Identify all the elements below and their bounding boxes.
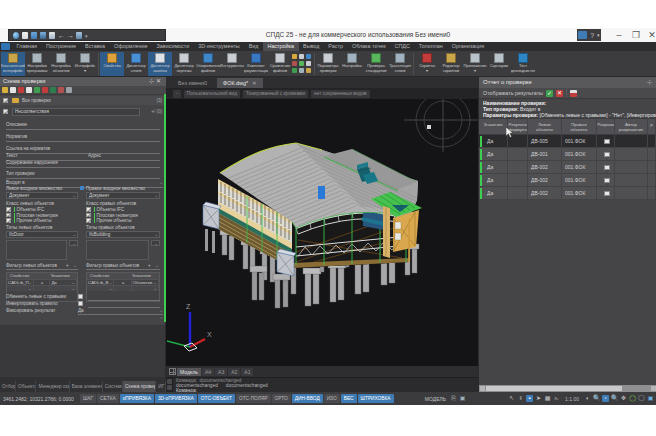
new-file-icon[interactable] (22, 32, 28, 39)
pointer-icon[interactable]: ➤ (535, 395, 542, 402)
checkbox[interactable] (6, 218, 11, 223)
ribbon-button[interactable]: Диспетчер чертежа (172, 52, 196, 76)
report-table-row[interactable]: ДаДВ-002001.ФОК (479, 174, 656, 187)
tree-root-row[interactable]: Все проверки (3) (0, 96, 166, 105)
close-icon[interactable]: ✕ (156, 78, 163, 84)
ribbon-small-icons[interactable] (292, 52, 312, 76)
pan-icon[interactable]: ✥ (620, 395, 627, 402)
pin-icon[interactable]: ⊹ (149, 78, 156, 84)
user-icon[interactable]: 🯅 (517, 395, 524, 402)
zoom-window-icon[interactable]: ▫ (602, 395, 609, 402)
ribbon-button[interactable]: Приложения ▾ (463, 52, 487, 76)
ribbon-button[interactable]: Проверка стандартов (364, 52, 388, 76)
spds-help-icon[interactable] (578, 31, 587, 39)
table-icon[interactable]: ▦ (544, 395, 551, 402)
ribbon-tab[interactable]: Зависимости (152, 42, 194, 51)
layout-tab-model[interactable]: Модель (177, 368, 201, 376)
ribbon-button[interactable]: Сценарии (487, 52, 511, 76)
pin-icon[interactable]: ⊹ (647, 79, 654, 85)
drawing-canvas[interactable]: Z X (166, 99, 478, 366)
report-column-header[interactable]: Автор разрешения (615, 119, 648, 134)
plot-icon[interactable] (76, 32, 82, 39)
type-listbox[interactable] (6, 240, 67, 260)
resolution-checkbox[interactable] (604, 152, 610, 158)
help-icon[interactable]: ? (590, 32, 594, 39)
status-toggle[interactable]: ОРТО (272, 394, 291, 403)
document-tab[interactable]: Без имени0 (172, 78, 217, 88)
panel-tool-icon[interactable] (42, 87, 48, 93)
horizontal-scrollbar[interactable] (479, 385, 656, 392)
ribbon-tab[interactable]: Вставка (81, 42, 110, 51)
close-tab-icon[interactable]: ✕ (252, 80, 257, 86)
layout-tab-sheet[interactable]: А4 (202, 368, 214, 376)
check-name-field[interactable]: Несоответствия (12, 108, 140, 116)
dock-tab[interactable]: Объекты (16, 381, 36, 392)
qat-dropdown-icon[interactable]: ▾ (85, 32, 91, 39)
save-file-icon[interactable] (40, 32, 46, 39)
document-select[interactable]: Документ⌄ (86, 192, 160, 199)
report-column-header[interactable]: Разрешение (597, 119, 615, 134)
help-dropdown-icon[interactable]: ▾ (597, 32, 600, 38)
ribbon-button[interactable]: Свойства (100, 52, 124, 76)
report-column-header[interactable]: Левые объекты (528, 119, 562, 134)
viewport-icon[interactable]: ⎘ (450, 395, 457, 402)
dock-tab[interactable]: Схема проверки (123, 381, 156, 392)
ribbon-button[interactable]: Трансляция слоев (388, 52, 412, 76)
ribbon-button[interactable]: Обозреватель файлов (196, 52, 220, 76)
ribbon-tab[interactable]: Вывод (299, 42, 324, 51)
checkbox[interactable] (3, 109, 8, 114)
panel-tool-icon[interactable] (34, 87, 40, 93)
type-add-select[interactable]: ⌄ (151, 240, 160, 246)
panel-tool-icon[interactable] (66, 87, 72, 93)
minimize-button[interactable]: – (612, 28, 626, 42)
dock-tab[interactable]: ИГ (156, 381, 166, 392)
checkbox[interactable] (86, 218, 91, 223)
resolution-checkbox[interactable] (604, 191, 610, 197)
status-toggle[interactable]: ИЗО (324, 394, 340, 403)
status-toggle[interactable]: ШАГ (80, 394, 96, 403)
ribbon-button[interactable]: Скрипты ▾ (415, 52, 439, 76)
layout-tab-sheet[interactable]: А3 (215, 368, 227, 376)
document-tab[interactable]: ФОК.dwg*✕ (217, 78, 262, 88)
form-field[interactable]: Описание (0, 122, 166, 131)
fullscreen-icon[interactable]: ▣ (647, 395, 654, 402)
ribbon-tab[interactable]: Оформление (110, 42, 152, 51)
checkbox[interactable] (3, 98, 8, 103)
report-table-row[interactable]: ДаДВ-001001.ФОК (479, 148, 656, 161)
ribbon-button[interactable]: Инструменты (220, 52, 244, 76)
resolution-checkbox[interactable] (604, 165, 610, 171)
invert-row[interactable]: Инвертировать правило (0, 301, 166, 308)
model-space-label[interactable]: МОДЕЛЬ (425, 396, 446, 402)
status-toggle[interactable]: 3D-оПРИВЯЗКА (155, 394, 197, 403)
status-toggle[interactable]: ОТС-ОБЪЕКТ (198, 394, 235, 403)
dock-tab[interactable]: Менеджер осв... (36, 381, 69, 392)
checkbox[interactable] (78, 294, 83, 299)
ribbon-button[interactable]: Параметры проверки (316, 52, 340, 76)
open-file-icon[interactable] (31, 32, 37, 39)
checkbox[interactable] (6, 207, 11, 212)
type-add-select[interactable]: ⌄ (69, 240, 78, 246)
ribbon-tab[interactable]: 3D-инструменты (194, 42, 244, 51)
ribbon-button[interactable]: Настройка объектов (49, 52, 73, 76)
ribbon-tab[interactable]: Настройка (263, 42, 299, 51)
object-type-select[interactable]: IfcBuilding⌄ (86, 231, 160, 238)
zoom-out-icon[interactable]: 🔍 (611, 395, 618, 402)
checkbox[interactable] (78, 301, 83, 306)
panel-tool-icon[interactable] (18, 87, 24, 93)
report-column-header[interactable]: р (648, 119, 656, 134)
viewport-control-button[interactable]: Пользовательский вид (184, 90, 240, 98)
swap-row[interactable]: Обменять левые с правыми (0, 294, 166, 301)
undo-icon[interactable]: ← (58, 32, 64, 39)
ribbon-tab[interactable]: Растр (324, 42, 348, 51)
ribbon-button[interactable]: Диспетчер слоев (124, 52, 148, 76)
status-toggle[interactable]: ОТС-ПОЛЯР (236, 394, 271, 403)
fix-result-row[interactable]: Фиксировать результат Да ⌄ (0, 308, 166, 316)
app-logo-icon[interactable] (13, 32, 19, 39)
viewport-control-button[interactable]: - (173, 90, 181, 98)
monitor-icon[interactable]: 🖵 (638, 395, 645, 402)
ribbon-button[interactable]: Редактор скриптов (439, 52, 463, 76)
ribbon-button[interactable]: Интерфейс ▾ (73, 52, 97, 76)
dock-tab[interactable]: Отбор (0, 381, 16, 392)
ribbon-button[interactable]: Настройка (340, 52, 364, 76)
ribbon-button[interactable]: Настройки программы (25, 52, 49, 76)
